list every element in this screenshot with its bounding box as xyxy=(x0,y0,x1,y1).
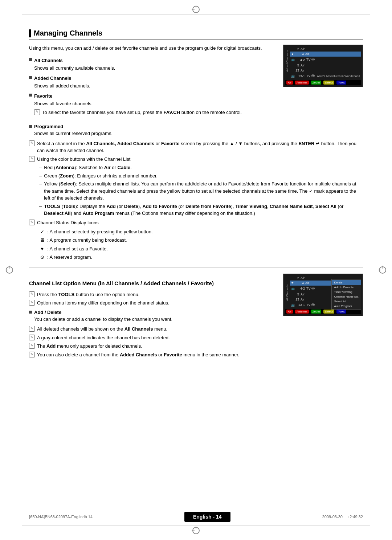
all-channels-body: Shows all currently available channels. xyxy=(34,65,276,72)
ss1-row-3: 5 Air xyxy=(290,63,361,68)
ss1-btn-select: Select xyxy=(323,81,334,85)
programmed-body: Shows all current reserved programs. xyxy=(34,130,363,137)
bullet-added-channels: Added Channels Shows all added channels. xyxy=(29,75,276,90)
ss1-row-1: ★ 4 Air xyxy=(290,52,361,57)
star-icon: ★ xyxy=(291,53,294,56)
note-tools-btn: ✎ Press the TOOLS button to use the opti… xyxy=(29,291,276,298)
footer-right-text: 2009-03-30 □□ 2:49:32 xyxy=(322,515,363,519)
check-desc: : A channel selected by pressing the yel… xyxy=(47,228,153,236)
footer-page-label: English - 14 xyxy=(184,512,230,522)
screenshot-1: Added Channels 2 Air ★ 4 Air 📺 xyxy=(283,45,363,87)
status-reserved: ⊙ : A reserved program. xyxy=(39,253,363,261)
ss1-bottom-bar: Air Antenna Zoom Select Tools xyxy=(285,80,361,85)
ss1-btn-zoom: Zoom xyxy=(311,81,321,85)
ss2-btn-select: Select xyxy=(323,310,334,314)
broadcast-symbol: 🖥 xyxy=(39,236,45,244)
note-gray-channel: ✎ A gray-colored channel indicates the c… xyxy=(29,334,276,341)
note-icon-3: ✎ xyxy=(29,220,35,225)
tv-icon: 📺 xyxy=(291,58,295,61)
dash-green: – Green (Zoom): Enlarges or shrinks a ch… xyxy=(39,172,363,180)
ss1-btn-antenna: Antenna xyxy=(295,81,309,85)
page-container: Managing Channels Using this menu, you c… xyxy=(0,0,392,540)
ss2-content: 2 Air ★ 4 Air 📺 4-2 TV ⓔ xyxy=(290,275,361,308)
star-icon-2: ★ xyxy=(291,281,294,285)
section-divider xyxy=(29,267,363,268)
section-heading: Managing Channels xyxy=(29,29,363,40)
ss2-btn-tools: Tools xyxy=(336,310,346,314)
ss2-menu-auto-program: Auto Program xyxy=(332,304,361,308)
note-icon-5: ✎ xyxy=(29,300,35,306)
ss2-btn-zoom: Zoom xyxy=(311,310,321,314)
heading-bar xyxy=(29,29,31,37)
ss2-popup-menu: Delete Add to Favorite Timer Viewing Cha… xyxy=(331,279,361,310)
favorite-body: Shows all favorite channels. xyxy=(34,100,276,107)
screenshot-2: All Channels 2 Air ★ 4 Air 📺 xyxy=(283,274,363,316)
intro-section: Using this menu, you can add / delete or… xyxy=(29,45,363,119)
reserved-desc: : A reserved program. xyxy=(47,253,92,261)
tv-icon-3: 📺 xyxy=(291,287,295,290)
heart-symbol: ♥ xyxy=(39,245,45,253)
note-option-differ: ✎ Option menu items may differ depending… xyxy=(29,299,276,307)
reserved-symbol: ⊙ xyxy=(39,253,45,261)
bullet-add-delete: Add / Delete You can delete or add a cha… xyxy=(29,310,276,323)
status-heart: ♥ : A channel set as a Favorite. xyxy=(39,245,363,253)
ss2-sidebar-label: All Channels xyxy=(286,279,289,301)
dash-yellow: – Yellow (Select): Selects multiple chan… xyxy=(39,180,363,202)
note-select-channel: ✎ Select a channel in the All Channels, … xyxy=(29,140,363,154)
ss1-btn-air: Air xyxy=(286,81,293,85)
note-icon-4: ✎ xyxy=(29,291,35,297)
all-channels-title: All Channels xyxy=(29,57,276,64)
note-icon-6: ✎ xyxy=(29,326,35,332)
note-color-buttons: ✎ Using the color buttons with the Chann… xyxy=(29,156,363,163)
bullet-all-channels: All Channels Shows all currently availab… xyxy=(29,57,276,72)
intro-paragraph: Using this menu, you can add / delete or… xyxy=(29,45,276,52)
ss1-btn-tools: Tools xyxy=(336,81,346,85)
page-footer: [650-NA]BN68-02097A-Eng.indb 14 English … xyxy=(29,512,363,522)
dash-marker: – xyxy=(39,203,42,210)
page-title: Managing Channels xyxy=(34,29,102,37)
intro-text-block: Using this menu, you can add / delete or… xyxy=(29,45,276,119)
note-deleted-shown: ✎ All deleted channels will be shown on … xyxy=(29,326,276,333)
added-channels-title: Added Channels xyxy=(29,75,276,82)
bullet-square-icon xyxy=(29,58,32,61)
ss1-sidebar-label: Added Channels xyxy=(286,50,289,72)
dash-list: – Red (Antenna): Switches to Air or Cabl… xyxy=(39,164,363,217)
check-symbol: ✓ xyxy=(39,228,45,236)
note-select-channel-text: Select a channel in the All Channels, Ad… xyxy=(37,140,363,154)
note-icon-1: ✎ xyxy=(29,140,35,146)
channel-list-section: Channel List Option Menu (in All Channel… xyxy=(29,274,363,360)
channel-list-heading: Channel List Option Menu (in All Channel… xyxy=(29,280,276,288)
tv-icon-4: 📺 xyxy=(291,303,295,307)
status-check: ✓ : A channel selected by pressing the y… xyxy=(39,228,363,236)
bullet-square-icon xyxy=(29,125,32,128)
ss2-btn-antenna: Antenna xyxy=(295,310,309,314)
dash-marker: – xyxy=(39,172,42,180)
note-icon-8: ✎ xyxy=(29,343,35,349)
bullet-square-icon xyxy=(29,76,32,79)
note-icon-7: ✎ xyxy=(29,335,35,340)
status-broadcast: 🖥 : A program currently being broadcast. xyxy=(39,236,363,244)
bullet-favorite: Favorite Shows all favorite channels. ✎ … xyxy=(29,93,276,116)
bullet-programmed: Programmed Shows all current reserved pr… xyxy=(29,124,363,137)
favorite-title: Favorite xyxy=(29,93,276,100)
bullet-square-icon xyxy=(29,311,32,314)
ss2-menu-select-all: Select All xyxy=(332,299,361,304)
note-add-menu: ✎ The Add menu only appears for deleted … xyxy=(29,343,276,350)
content-area: Managing Channels Using this menu, you c… xyxy=(29,22,363,360)
note-channel-status-text: Channel Status Display Icons xyxy=(37,219,363,226)
tv-icon-2: 📺 xyxy=(291,74,295,78)
ss1-content: 2 Air ★ 4 Air 📺 4-2 TV ⓔ xyxy=(290,46,361,79)
ss2-bottom-bar: Air Antenna Zoom Select Tools xyxy=(285,309,361,314)
dash-marker: – xyxy=(39,180,42,188)
add-delete-title: Add / Delete xyxy=(29,310,276,315)
broadcast-desc: : A program currently being broadcast. xyxy=(47,236,127,244)
ss1-row-2: 📺 4-2 TV ⓔ xyxy=(290,57,361,63)
note-icon-2: ✎ xyxy=(29,156,35,162)
dash-tools: – TOOLS (Tools): Displays the Add (or De… xyxy=(39,203,363,217)
favorite-note: ✎ To select the favorite channels you ha… xyxy=(34,109,276,116)
programmed-title: Programmed xyxy=(29,124,363,129)
ss1-row-4: 13 Air xyxy=(290,68,361,73)
note-channel-status: ✎ Channel Status Display Icons xyxy=(29,219,363,226)
footer-left-text: [650-NA]BN68-02097A-Eng.indb 14 xyxy=(29,515,93,519)
note-icon-9: ✎ xyxy=(29,352,35,357)
